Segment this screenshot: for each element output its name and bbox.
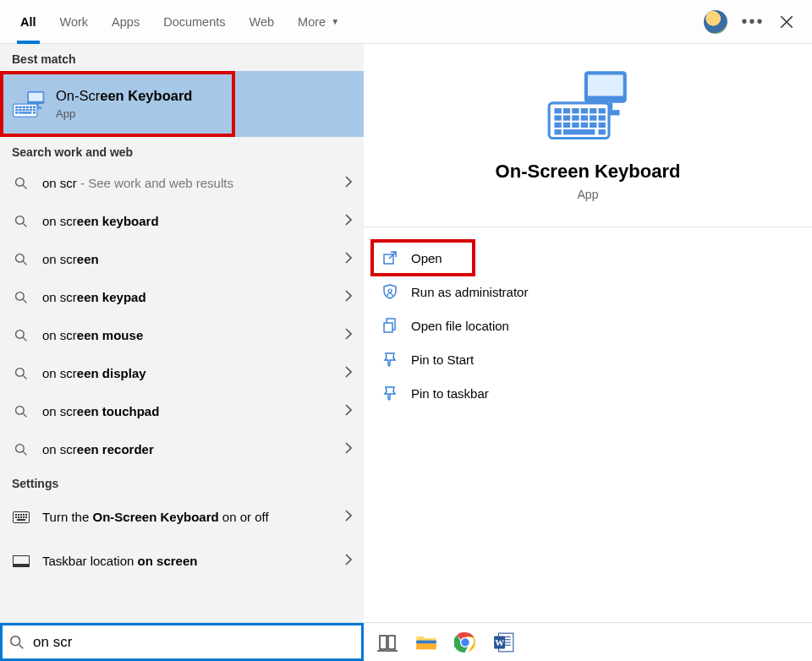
best-match-title: On-Screen Keyboard [56,88,192,104]
pinstart-icon [381,352,399,367]
svg-point-22 [16,216,25,224]
svg-rect-63 [572,115,579,120]
chevron-right-icon [345,553,352,571]
svg-rect-86 [416,640,436,643]
action-shield[interactable]: Run as administrator [372,275,804,309]
chevron-right-icon [345,509,352,527]
svg-rect-13 [23,109,25,112]
svg-rect-42 [15,516,17,518]
suggestion-row[interactable]: on scr - See work and web results [0,164,364,202]
svg-rect-40 [23,514,25,516]
svg-rect-17 [15,112,18,114]
action-pintask[interactable]: Pin to taskbar [372,376,804,410]
svg-line-81 [19,644,24,648]
chevron-right-icon [345,214,352,229]
tab-work[interactable]: Work [48,0,101,44]
search-icon [12,405,30,418]
search-input[interactable] [31,633,354,652]
svg-rect-74 [563,129,595,134]
search-icon [12,443,30,456]
svg-point-30 [16,368,25,376]
svg-rect-6 [19,107,21,109]
suggestion-text: on screen [42,252,345,266]
tab-all[interactable]: All [8,0,48,44]
svg-rect-55 [554,108,561,113]
suggestion-row[interactable]: on screen [0,240,364,278]
best-match-result[interactable]: On-Screen Keyboard App [0,71,364,137]
chevron-right-icon [345,252,352,267]
svg-rect-72 [599,123,606,128]
suggestion-text: on screen keypad [42,290,345,304]
svg-point-20 [16,178,25,186]
svg-rect-10 [33,107,36,109]
task-view-icon[interactable] [372,627,403,658]
suggestions-header: Search work and web [0,137,364,164]
settings-row-text: Taskbar location on screen [42,553,345,570]
suggestion-row[interactable]: on screen touchpad [0,392,364,430]
suggestion-row[interactable]: on screen display [0,354,364,392]
svg-rect-62 [563,115,570,120]
search-icon [12,215,30,228]
search-box[interactable] [0,623,364,661]
settings-result-row[interactable]: Turn the On-Screen Keyboard on or off [0,495,364,539]
suggestion-row[interactable]: on screen mouse [0,316,364,354]
search-icon [12,177,30,190]
suggestion-text: on screen touchpad [42,404,345,418]
svg-line-21 [23,185,26,188]
suggestion-text: on screen recorder [42,442,345,456]
panel-icon [12,555,30,567]
preview-subtitle: App [578,188,599,201]
svg-rect-12 [19,109,21,112]
svg-rect-18 [19,112,31,114]
suggestion-text: on screen display [42,366,345,380]
suggestion-row[interactable]: on screen keyboard [0,202,364,240]
results-pane: Best match On [0,44,364,622]
suggestion-row[interactable]: on screen recorder [0,430,364,468]
action-folder[interactable]: Open file location [372,309,804,342]
svg-rect-56 [563,108,570,113]
svg-line-23 [23,223,26,227]
svg-rect-44 [20,516,22,518]
suggestion-row[interactable]: on screen keypad [0,278,364,316]
svg-rect-15 [30,109,32,112]
search-icon [9,635,25,650]
search-icon [12,253,30,266]
svg-line-27 [23,299,26,303]
chevron-right-icon [345,328,352,343]
svg-rect-5 [15,107,18,109]
chevron-right-icon [345,366,352,381]
on-screen-keyboard-icon [12,87,46,121]
tab-apps[interactable]: Apps [100,0,151,44]
chevron-right-icon [345,290,352,305]
action-open[interactable]: Open [372,241,474,275]
user-avatar[interactable] [704,10,727,34]
preview-app-icon [546,64,630,149]
preview-title: On-Screen Keyboard [496,161,681,183]
svg-rect-59 [590,108,596,113]
svg-rect-64 [581,115,588,120]
svg-point-28 [16,330,25,338]
close-button[interactable] [770,5,804,39]
tab-web[interactable]: Web [238,0,287,44]
svg-rect-73 [554,129,561,134]
settings-result-row[interactable]: Taskbar location on screen [0,539,364,583]
tab-documents[interactable]: Documents [151,0,237,44]
action-pinstart[interactable]: Pin to Start [372,342,804,376]
search-icon [12,329,30,342]
tab-more[interactable]: More▼ [286,0,351,44]
svg-rect-51 [588,75,623,96]
ellipsis-icon: ••• [741,12,764,31]
svg-rect-46 [25,516,27,518]
settings-header: Settings [0,468,364,495]
svg-rect-65 [590,115,596,120]
svg-rect-79 [384,323,392,332]
chrome-icon[interactable] [450,627,480,658]
svg-rect-37 [15,514,17,516]
svg-rect-19 [33,112,36,114]
svg-rect-39 [20,514,22,516]
file-explorer-icon[interactable] [411,627,442,658]
more-options-button[interactable]: ••• [736,5,770,39]
word-icon[interactable]: W [489,627,519,658]
svg-rect-60 [599,108,606,113]
shield-icon [381,284,399,299]
